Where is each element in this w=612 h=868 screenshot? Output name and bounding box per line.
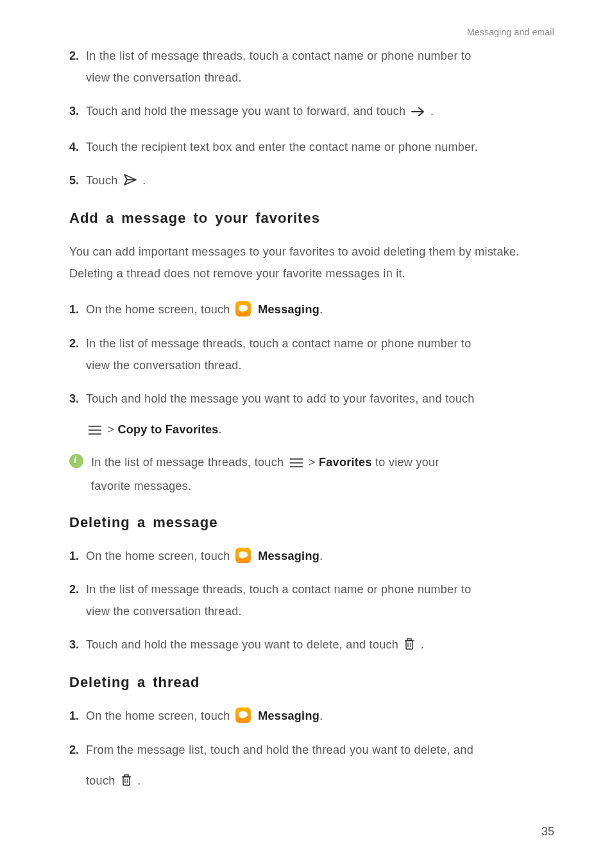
svg-rect-16 — [124, 775, 128, 777]
step-text: Touch . — [86, 169, 146, 193]
text-before-icon: On the home screen, touch — [86, 303, 234, 316]
gt-sep: > — [309, 456, 319, 469]
step-text: In the list of message threads, touch a … — [86, 578, 472, 622]
text-before-icon: Touch — [86, 174, 121, 187]
svg-rect-11 — [407, 639, 411, 641]
period: . — [319, 550, 323, 562]
delthr-step-2-cont: touch . — [69, 770, 554, 794]
delmsg-step-2: 2. In the list of message threads, touch… — [69, 578, 554, 622]
app-name-bold: Messaging — [258, 550, 319, 562]
messaging-app-icon — [235, 548, 251, 563]
step-number: 2. — [69, 578, 85, 622]
delmsg-step-1: 1. On the home screen, touch Messaging. — [69, 545, 554, 567]
favorites-intro: You can add important messages to your f… — [69, 241, 554, 284]
page-number: 35 — [541, 825, 554, 838]
text-after-icon: . — [430, 105, 434, 117]
app-name-bold: Messaging — [258, 709, 319, 722]
step-line-2: view the conversation thread. — [86, 600, 472, 622]
step-text: Touch the recipient text box and enter t… — [86, 136, 478, 158]
text-after-icon: . — [142, 174, 146, 187]
menu-icon — [88, 421, 102, 442]
delthr-step-2: 2. From the message list, touch and hold… — [69, 739, 554, 761]
delthr-step-1: 1. On the home screen, touch Messaging. — [69, 705, 554, 727]
step-line-2: view the conversation thread. — [86, 354, 472, 376]
period: . — [319, 709, 323, 722]
step-line-1: In the list of message threads, touch a … — [86, 337, 472, 350]
svg-rect-7 — [406, 641, 412, 649]
step-line-1: In the list of message threads, touch a … — [86, 583, 472, 596]
fav-step-3: 3. Touch and hold the message you want t… — [69, 388, 554, 410]
step-line-1: From the message list, touch and hold th… — [86, 743, 473, 756]
step-5: 5. Touch . — [69, 169, 554, 193]
step-text: On the home screen, touch Messaging. — [86, 299, 323, 320]
text-after-icon: . — [421, 638, 424, 651]
step-text: On the home screen, touch Messaging. — [86, 545, 323, 567]
step-number: 4. — [69, 136, 85, 158]
trash-icon — [404, 636, 415, 657]
fav-step-3-cont: > Copy to Favorites. — [69, 419, 554, 442]
step-text: Touch and hold the message you want to a… — [86, 388, 475, 410]
step-number: 3. — [69, 100, 85, 124]
heading-deleting-thread: Deleting a thread — [69, 674, 554, 691]
step-number: 5. — [69, 169, 85, 193]
text-before-icon: Touch and hold the message you want to f… — [86, 105, 409, 117]
step-number: 3. — [69, 634, 85, 657]
step-text: From the message list, touch and hold th… — [86, 739, 473, 761]
arrow-right-icon — [411, 102, 425, 124]
step-line-1: In the list of message threads, touch a … — [86, 49, 472, 62]
text-before-icon: On the home screen, touch — [86, 550, 234, 562]
step-number: 1. — [69, 299, 85, 320]
send-icon — [123, 171, 137, 193]
note-line-2: favorite messages. — [91, 475, 439, 497]
text-before-icon: touch — [86, 774, 119, 787]
step-number: 2. — [69, 45, 85, 89]
svg-rect-12 — [123, 777, 130, 785]
header-section-label: Messaging and email — [467, 27, 554, 37]
fav-step-1: 1. On the home screen, touch Messaging. — [69, 299, 554, 320]
app-name-bold: Messaging — [258, 303, 319, 316]
heading-add-favorites: Add a message to your favorites — [69, 210, 554, 227]
step-number: 1. — [69, 545, 85, 567]
text-before-icon: Touch and hold the message you want to d… — [86, 638, 402, 651]
trash-icon — [121, 772, 132, 794]
gt-sep: > — [107, 423, 117, 436]
info-icon — [69, 454, 83, 468]
step-3: 3. Touch and hold the message you want t… — [69, 100, 554, 124]
step-number: 2. — [69, 739, 85, 761]
menu-path-bold: Copy to Favorites — [117, 423, 218, 436]
step-text: Touch and hold the message you want to d… — [86, 634, 424, 657]
period: . — [319, 303, 323, 316]
menu-icon — [289, 453, 303, 475]
page-content: 2. In the list of message threads, touch… — [0, 26, 612, 794]
step-line-1: Touch and hold the message you want to a… — [86, 392, 475, 405]
delmsg-step-3: 3. Touch and hold the message you want t… — [69, 634, 554, 657]
note-before: In the list of message threads, touch — [91, 456, 287, 469]
step-text: Touch and hold the message you want to f… — [86, 100, 434, 124]
info-note: In the list of message threads, touch > … — [69, 451, 554, 497]
step-4: 4. Touch the recipient text box and ente… — [69, 136, 554, 158]
step-number: 1. — [69, 705, 85, 727]
step-line-2: view the conversation thread. — [86, 67, 472, 89]
info-text: In the list of message threads, touch > … — [91, 451, 439, 497]
step-2: 2. In the list of message threads, touch… — [69, 45, 554, 89]
period: . — [219, 423, 222, 436]
messaging-app-icon — [235, 301, 251, 317]
fav-step-2: 2. In the list of message threads, touch… — [69, 333, 554, 376]
step-text: In the list of message threads, touch a … — [86, 45, 472, 89]
step-number: 3. — [69, 388, 85, 410]
step-text: On the home screen, touch Messaging. — [86, 705, 323, 727]
text-after-icon: . — [137, 774, 140, 787]
text-before-icon: On the home screen, touch — [86, 709, 234, 722]
messaging-app-icon — [235, 707, 251, 723]
heading-deleting-message: Deleting a message — [69, 514, 554, 531]
favorites-bold: Favorites — [319, 456, 372, 469]
note-after: to view your — [375, 456, 439, 469]
step-text: In the list of message threads, touch a … — [86, 333, 472, 376]
step-number: 2. — [69, 333, 85, 376]
